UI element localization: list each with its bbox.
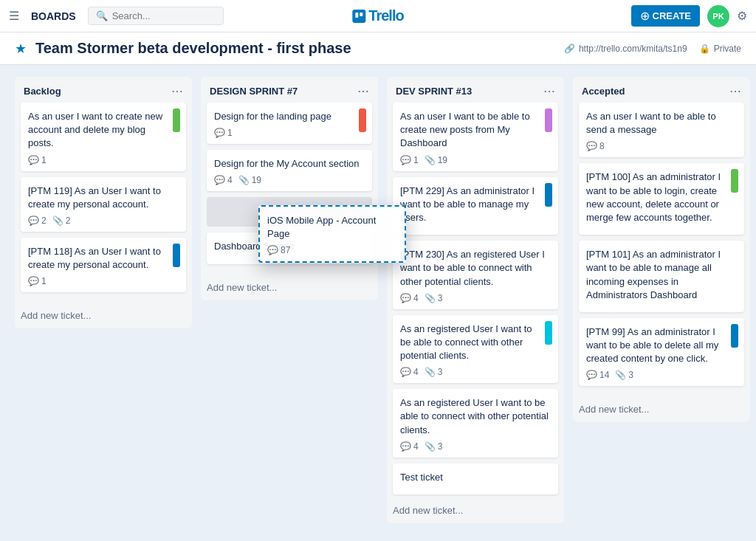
add-ticket-design-sprint-7[interactable]: Add new ticket... (201, 276, 378, 300)
search-input[interactable] (112, 10, 216, 21)
card-label-v4 (545, 321, 552, 345)
card-attachments-v4: 📎 3 (425, 367, 443, 377)
column-menu-accepted[interactable]: ⋯ (729, 84, 741, 98)
svg-rect-0 (355, 13, 358, 18)
card-text-d1: Design for the landing page (214, 110, 365, 123)
column-design-sprint-7: DESIGN SPRINT #7⋯Design for the landing … (201, 77, 378, 300)
column-cards-design-sprint-7: Design for the landing page💬 1Design for… (201, 103, 378, 276)
card-a4[interactable]: [PTM 99] As an administrator I want to b… (579, 318, 744, 387)
card-text-a3: [PTM 101] As an administrator I want to … (586, 248, 737, 302)
link-icon: 🔗 (564, 44, 575, 54)
comment-icon: 💬 (214, 175, 225, 185)
card-c1[interactable]: As an user I want to create new account … (21, 103, 186, 171)
card-comments-c3: 💬 1 (28, 276, 47, 286)
card-text-d4: Dashboard Screen (214, 240, 365, 253)
search-bar[interactable]: 🔍 (88, 7, 224, 25)
card-text-v5: As an registered User I want to be able … (400, 396, 551, 437)
card-d4[interactable]: Dashboard Screen (207, 232, 372, 263)
card-attachments-v1: 📎 19 (425, 155, 447, 165)
board-header: ★ Team Stormer beta development - first … (0, 32, 756, 65)
card-footer-d2: 💬 4📎 19 (214, 175, 365, 185)
card-attachments-v5: 📎 3 (425, 441, 443, 452)
card-footer-a1: 💬 8 (586, 141, 737, 151)
attachment-icon: 📎 (615, 370, 626, 380)
board-body: Backlog⋯As an user I want to create new … (0, 65, 756, 535)
card-comments-d2: 💬 4 (214, 175, 233, 185)
card-text-d2: Design for the My Account section (214, 157, 365, 170)
comment-icon: 💬 (28, 276, 39, 286)
board-title: Team Stormer beta development - first ph… (35, 40, 555, 57)
card-text-a1: As an user I want to be able to send a m… (586, 110, 737, 137)
create-button[interactable]: ⊕ CREATE (631, 5, 700, 27)
card-footer-v5: 💬 4📎 3 (400, 441, 551, 452)
column-header-dev-sprint-13: DEV SPRINT #13⋯ (387, 77, 564, 103)
card-footer-v4: 💬 4📎 3 (400, 367, 551, 377)
board-meta: 🔗 http://trello.com/kmita/ts1n9 🔒 Privat… (564, 44, 741, 54)
board-privacy: 🔒 Private (699, 44, 741, 54)
column-title-accepted: Accepted (582, 86, 625, 97)
card-footer-v3: 💬 4📎 3 (400, 293, 551, 303)
card-v4[interactable]: As an registered User I want to be able … (393, 315, 558, 384)
card-comments-d1: 💬 1 (214, 128, 233, 138)
card-v2[interactable]: [PTM 229] As an administrator I want to … (393, 177, 558, 235)
column-menu-dev-sprint-13[interactable]: ⋯ (543, 84, 555, 98)
attachment-icon: 📎 (238, 175, 250, 185)
star-icon[interactable]: ★ (15, 41, 27, 57)
card-footer-v1: 💬 1📎 19 (400, 155, 551, 165)
card-label-c1 (173, 108, 180, 132)
column-menu-design-sprint-7[interactable]: ⋯ (357, 84, 369, 98)
column-header-accepted: Accepted⋯ (573, 77, 750, 103)
column-dev-sprint-13: DEV SPRINT #13⋯As an user I want to be a… (387, 77, 564, 523)
card-attachments-d2: 📎 19 (238, 175, 261, 185)
card-text-v1: As an user I want to be able to create n… (400, 110, 551, 151)
user-avatar[interactable]: PK (707, 5, 729, 27)
add-ticket-dev-sprint-13[interactable]: Add new ticket... (387, 499, 564, 523)
boards-button[interactable]: BOARDS (25, 7, 82, 25)
comment-icon: 💬 (28, 216, 39, 226)
card-label-v1 (545, 108, 552, 132)
card-text-v6: Test ticket (400, 471, 551, 484)
card-v3[interactable]: [PTM 230] As an registered User I want t… (393, 241, 558, 309)
card-label-c3 (173, 244, 180, 267)
card-c3[interactable]: [PTM 118] As an User I want to create my… (21, 238, 186, 292)
card-comments-v4: 💬 4 (400, 367, 419, 377)
notification-icon[interactable]: ⚙ (737, 9, 747, 23)
attachment-icon: 📎 (425, 155, 436, 165)
add-ticket-backlog[interactable]: Add new ticket... (15, 304, 192, 328)
card-comments-v3: 💬 4 (400, 293, 419, 303)
card-text-c1: As an user I want to create new account … (28, 110, 179, 151)
card-a3[interactable]: [PTM 101] As an administrator I want to … (579, 241, 744, 312)
comment-icon: 💬 (28, 155, 39, 165)
column-cards-backlog: As an user I want to create new account … (15, 103, 192, 304)
column-title-backlog: Backlog (24, 86, 61, 97)
card-footer-a4: 💬 14📎 3 (586, 370, 737, 380)
plus-icon: ⊕ (640, 9, 650, 23)
card-d1[interactable]: Design for the landing page💬 1 (207, 103, 372, 144)
card-attachments-c2: 📎 2 (52, 216, 71, 226)
comment-icon: 💬 (400, 155, 411, 165)
trello-logo-icon (352, 10, 365, 23)
navbar: ☰ BOARDS 🔍 Trello ⊕ CREATE PK ⚙ (0, 0, 756, 32)
menu-icon[interactable]: ☰ (9, 9, 19, 23)
card-v6[interactable]: Test ticket (393, 464, 558, 495)
add-ticket-accepted[interactable]: Add new ticket... (573, 398, 750, 422)
card-d2[interactable]: Design for the My Account section💬 4📎 19 (207, 150, 372, 191)
card-a2[interactable]: [PTM 100] As an administrator I want to … (579, 163, 744, 235)
card-a1[interactable]: As an user I want to be able to send a m… (579, 103, 744, 157)
comment-icon: 💬 (586, 141, 597, 151)
card-text-v2: [PTM 229] As an administrator I want to … (400, 185, 551, 225)
card-footer-d1: 💬 1 (214, 128, 365, 138)
column-menu-backlog[interactable]: ⋯ (171, 84, 183, 98)
column-title-design-sprint-7: DESIGN SPRINT #7 (210, 86, 298, 97)
comment-icon: 💬 (400, 441, 411, 452)
card-footer-c1: 💬 1 (28, 155, 179, 165)
logo-area: Trello (352, 7, 403, 24)
card-comments-c1: 💬 1 (28, 155, 47, 165)
comment-icon: 💬 (400, 367, 411, 377)
comment-icon: 💬 (400, 293, 411, 303)
column-title-dev-sprint-13: DEV SPRINT #13 (396, 86, 472, 97)
card-v1[interactable]: As an user I want to be able to create n… (393, 103, 558, 171)
search-icon: 🔍 (96, 10, 108, 21)
card-v5[interactable]: As an registered User I want to be able … (393, 389, 558, 458)
card-c2[interactable]: [PTM 119] As an User I want to create my… (21, 177, 186, 232)
